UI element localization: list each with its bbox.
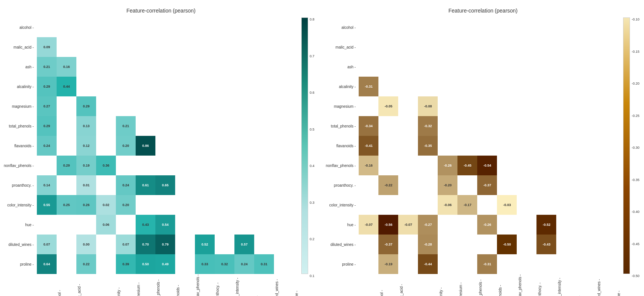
cell-1-12-2 bbox=[398, 254, 418, 274]
cell-1-9-11 bbox=[576, 195, 596, 215]
cell-0-0-8 bbox=[195, 17, 215, 37]
colorbar-1: -0.10-0.15-0.20-0.25-0.30-0.35-0.40-0.45… bbox=[623, 17, 630, 274]
cell-0-9-11 bbox=[254, 195, 274, 215]
cell-0-2-7 bbox=[175, 57, 195, 77]
cell-0-2-0: 0.21 bbox=[37, 57, 57, 77]
colorbar-tick-1-2: -0.20 bbox=[631, 82, 639, 85]
cell-0-0-9 bbox=[215, 17, 234, 37]
colorbar-tick-0-5: 0.3 bbox=[310, 201, 315, 205]
y-label-0-5: total_phenols - bbox=[9, 116, 35, 136]
colorbar-tick-0-3: 0.5 bbox=[310, 128, 315, 131]
cell-1-9-4: -0.06 bbox=[438, 195, 457, 215]
colorbar-tick-1-5: -0.35 bbox=[631, 178, 639, 182]
cell-1-7-0: -0.16 bbox=[359, 156, 378, 175]
cell-0-1-5 bbox=[136, 37, 155, 57]
cell-1-10-8 bbox=[517, 215, 536, 235]
cell-0-3-1: 0.44 bbox=[57, 77, 76, 96]
y-label-1-10: hue - bbox=[347, 215, 358, 235]
cell-1-2-8 bbox=[517, 57, 536, 77]
chart-half-1: Feature-correlation (pearson)alcohol -ma… bbox=[322, 0, 644, 296]
cell-0-2-12 bbox=[274, 57, 294, 77]
cell-0-5-6 bbox=[155, 116, 175, 136]
cell-1-6-8 bbox=[517, 136, 536, 156]
cell-0-12-11: 0.31 bbox=[254, 254, 274, 274]
cell-1-0-11 bbox=[576, 17, 596, 37]
cell-1-5-9 bbox=[536, 116, 556, 136]
cell-0-6-6 bbox=[155, 136, 175, 156]
cell-1-2-5 bbox=[457, 57, 477, 77]
cell-1-9-10 bbox=[556, 195, 576, 215]
cell-0-8-8 bbox=[195, 175, 215, 195]
cell-0-0-3 bbox=[96, 17, 116, 37]
cell-0-7-4 bbox=[116, 156, 136, 175]
cell-1-11-9: -0.43 bbox=[536, 235, 556, 254]
y-label-1-7: nonflav_phenols - bbox=[326, 156, 358, 175]
cell-0-1-6 bbox=[155, 37, 175, 57]
x-label-1-4: magnesium - bbox=[443, 274, 463, 296]
cell-1-9-12 bbox=[596, 195, 616, 215]
cell-0-11-1 bbox=[57, 235, 76, 254]
cell-0-6-9 bbox=[215, 136, 234, 156]
cell-0-2-5 bbox=[136, 57, 155, 77]
cell-1-7-9 bbox=[536, 156, 556, 175]
cell-1-2-4 bbox=[438, 57, 457, 77]
cell-0-0-12 bbox=[274, 17, 294, 37]
x-label-0-9: color_intensity - bbox=[220, 274, 239, 296]
cell-1-12-7 bbox=[497, 254, 517, 274]
cell-1-5-1 bbox=[378, 116, 398, 136]
cell-1-4-7 bbox=[497, 96, 517, 116]
cell-0-3-10 bbox=[234, 77, 254, 96]
y-label-0-2: ash - bbox=[25, 57, 35, 77]
cell-0-7-0 bbox=[37, 156, 57, 175]
colorbar-tick-0-6: 0.2 bbox=[310, 237, 315, 241]
cell-0-1-2 bbox=[76, 37, 96, 57]
cell-0-2-1: 0.16 bbox=[57, 57, 76, 77]
cell-0-5-12 bbox=[274, 116, 294, 136]
cell-0-2-4 bbox=[116, 57, 136, 77]
cell-1-10-9: -0.52 bbox=[536, 215, 556, 235]
cell-1-3-8 bbox=[517, 77, 536, 96]
cell-0-7-9 bbox=[215, 156, 234, 175]
cell-0-7-5 bbox=[136, 156, 155, 175]
cell-1-10-6: -0.26 bbox=[477, 215, 497, 235]
colorbar-gradient-1 bbox=[623, 17, 630, 274]
cell-1-10-2: -0.07 bbox=[398, 215, 418, 235]
cell-0-0-1 bbox=[57, 17, 76, 37]
x-label-1-3: alcalinity - bbox=[423, 274, 443, 296]
heatmap-grid-0: 0.090.210.160.290.440.270.290.290.130.21… bbox=[37, 17, 294, 274]
colorbar-tick-1-7: -0.45 bbox=[631, 242, 639, 246]
cell-0-3-2 bbox=[76, 77, 96, 96]
cell-0-12-9: 0.32 bbox=[215, 254, 234, 274]
cell-1-6-11 bbox=[576, 136, 596, 156]
cell-0-12-7 bbox=[175, 254, 195, 274]
cell-0-0-10 bbox=[234, 17, 254, 37]
cell-0-9-4: 0.20 bbox=[116, 195, 136, 215]
cell-1-2-12 bbox=[596, 57, 616, 77]
cell-0-9-1: 0.25 bbox=[57, 195, 76, 215]
cell-0-7-1: 0.29 bbox=[57, 156, 76, 175]
cell-1-12-9 bbox=[536, 254, 556, 274]
cell-0-11-8: 0.52 bbox=[195, 235, 215, 254]
cell-0-4-0: 0.27 bbox=[37, 96, 57, 116]
cell-0-5-11 bbox=[254, 116, 274, 136]
cell-0-4-2: 0.29 bbox=[76, 96, 96, 116]
cell-1-7-4: -0.26 bbox=[438, 156, 457, 175]
cell-1-3-12 bbox=[596, 77, 616, 96]
cell-0-0-6 bbox=[155, 17, 175, 37]
cell-1-0-9 bbox=[536, 17, 556, 37]
cell-0-5-8 bbox=[195, 116, 215, 136]
cell-0-8-0: 0.14 bbox=[37, 175, 57, 195]
cell-0-12-2: 0.22 bbox=[76, 254, 96, 274]
cell-0-0-2 bbox=[76, 17, 96, 37]
cell-1-4-11 bbox=[576, 96, 596, 116]
cell-1-5-2 bbox=[398, 116, 418, 136]
y-label-1-5: total_phenols - bbox=[331, 116, 358, 136]
cell-0-9-0: 0.55 bbox=[37, 195, 57, 215]
cell-1-6-10 bbox=[556, 136, 576, 156]
cell-0-11-7 bbox=[175, 235, 195, 254]
cell-0-3-11 bbox=[254, 77, 274, 96]
cell-0-10-8 bbox=[195, 215, 215, 235]
cell-1-3-4 bbox=[438, 77, 457, 96]
cell-1-3-6 bbox=[477, 77, 497, 96]
cell-0-8-7 bbox=[175, 175, 195, 195]
